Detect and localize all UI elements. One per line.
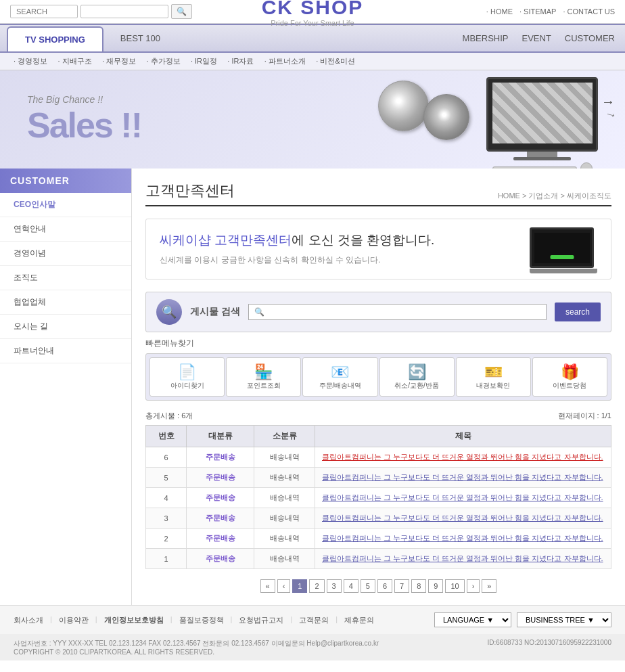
footer-divider-4: |	[231, 615, 233, 625]
cell-cat2: 배송내역	[254, 549, 315, 569]
page-first[interactable]: «	[260, 579, 275, 593]
subnav-item-3[interactable]: · 재무정보	[102, 57, 136, 65]
footer-partnership[interactable]: 제휴문의	[344, 615, 374, 625]
page-title: 고객만족센터	[145, 181, 235, 201]
col-title: 제목	[315, 426, 611, 447]
quick-btn-2[interactable]: 🏪 포인트조회	[226, 357, 301, 397]
monitor-wrap	[486, 77, 598, 169]
quick-btn-4[interactable]: 🔄 취소/교환/반품	[379, 357, 455, 397]
cell-title[interactable]: 클립아트컴퍼니는 그 누구보다도 더 뜨거운 열정과 뛰어난 힘을 지녔다고 자…	[315, 468, 611, 488]
footer-company[interactable]: 회사소개	[14, 615, 43, 625]
quick-label-2: 포인트조회	[229, 381, 298, 390]
home-link[interactable]: · HOME	[486, 7, 513, 16]
welcome-suffix: 에 오신 것을 환영합니다.	[292, 233, 434, 247]
page-10[interactable]: 10	[445, 579, 464, 593]
sidebar-item-partner-guide[interactable]: 파트너안내	[0, 339, 131, 363]
page-9[interactable]: 9	[428, 579, 443, 593]
table-row: 1 주문배송 배송내역 클립아트컴퍼니는 그 누구보다도 더 뜨거운 열정과 뛰…	[146, 549, 611, 569]
logo-title: CK SHOP	[262, 0, 364, 19]
page-4[interactable]: 4	[344, 579, 358, 593]
page-8[interactable]: 8	[411, 579, 426, 593]
nav-item-customer[interactable]: CUSTOMER	[565, 33, 615, 43]
monitor-stand	[527, 152, 557, 157]
nav-left: TV SHOPPING BEST 100	[0, 25, 177, 51]
cell-title[interactable]: 클립아트컴퍼니는 그 누구보다도 더 뜨거운 열정과 뛰어난 힘을 지녔다고 자…	[315, 488, 611, 508]
cd-disc-2	[423, 94, 469, 140]
search-input-2[interactable]	[80, 5, 168, 18]
subnav-item-1[interactable]: · 경영정보	[14, 57, 47, 65]
subnav-item-5[interactable]: · IR일정	[191, 57, 217, 65]
quick-menu: 📄 아이디찾기 🏪 포인트조회 📧 주문/배송내역 🔄 취소/교환/반품 🎫 내…	[145, 353, 611, 401]
main-content: 고객만족센터 HOME > 기업소개 > 씨케이조직도 씨케이샵 고객만족센터에…	[132, 169, 625, 605]
total-count: 총게시물 : 6개	[145, 411, 193, 421]
quick-icon-3: 📧	[306, 363, 374, 381]
page-3[interactable]: 3	[327, 579, 342, 593]
page-last[interactable]: »	[482, 579, 496, 593]
page-2[interactable]: 2	[309, 579, 324, 593]
sidebar-item-history[interactable]: 연혁안내	[0, 217, 131, 242]
page-5[interactable]: 5	[361, 579, 375, 593]
quick-btn-1[interactable]: 📄 아이디찾기	[149, 357, 225, 397]
sidebar-item-management[interactable]: 경영이념	[0, 242, 131, 266]
sitemap-link[interactable]: · SITEMAP	[519, 7, 556, 16]
search-input-main[interactable]	[268, 307, 540, 317]
page-1[interactable]: 1	[292, 579, 307, 593]
page-next[interactable]: ›	[467, 579, 480, 593]
cell-title[interactable]: 클립아트컴퍼니는 그 누구보다도 더 뜨거운 열정과 뛰어난 힘을 지녔다고 자…	[315, 447, 611, 468]
cell-title[interactable]: 클립아트컴퍼니는 그 누구보다도 더 뜨거운 열정과 뛰어난 힘을 지녔다고 자…	[315, 508, 611, 529]
sidebar-item-directions[interactable]: 오시는 길	[0, 315, 131, 339]
quick-menu-label: 빠른메뉴찾기	[145, 338, 611, 349]
search-submit-btn[interactable]: search	[555, 303, 601, 321]
sub-nav: · 경영정보 · 지배구조 · 재무정보 · 추가정보 · IR일정 · IR자…	[0, 53, 625, 70]
breadcrumb: HOME > 기업소개 > 씨케이조직도	[498, 191, 611, 201]
sidebar-item-partner[interactable]: 협업업체	[0, 290, 131, 315]
cell-cat1: 주문배송	[187, 447, 254, 468]
quick-btn-5[interactable]: 🎫 내경보확인	[456, 357, 531, 397]
subnav-item-4[interactable]: · 추가정보	[146, 57, 180, 65]
quick-label-6: 이벤트당첨	[536, 381, 604, 390]
cell-cat2: 배송내역	[254, 529, 315, 549]
cell-title[interactable]: 클립아트컴퍼니는 그 누구보다도 더 뜨거운 열정과 뛰어난 힘을 지녔다고 자…	[315, 549, 611, 569]
footer-terms[interactable]: 이용약관	[59, 615, 89, 625]
cell-cat1: 주문배송	[187, 488, 254, 508]
subnav-item-6[interactable]: · IR자료	[227, 57, 254, 65]
cell-num: 2	[146, 529, 187, 549]
nav-item-best100[interactable]: BEST 100	[103, 25, 177, 51]
top-links: · HOME · SITEMAP · CONTACT US	[486, 7, 615, 16]
contact-link[interactable]: · CONTACT US	[563, 7, 615, 16]
sidebar-item-ceo[interactable]: CEO인사말	[0, 193, 131, 217]
subnav-item-7[interactable]: · 파트너소개	[264, 57, 306, 65]
language-select[interactable]: LANGUAGE ▼	[434, 612, 511, 627]
search-input[interactable]	[10, 5, 78, 18]
quick-btn-6[interactable]: 🎁 이벤트당첨	[532, 357, 607, 397]
welcome-section: 씨케이샵 고객만족센터에 오신 것을 환영합니다. 신세계를 이용시 궁금한 사…	[145, 219, 611, 279]
page-6[interactable]: 6	[377, 579, 392, 593]
cell-cat2: 배송내역	[254, 488, 315, 508]
quick-icon-1: 📄	[153, 363, 221, 381]
footer-privacy[interactable]: 개인정보보호방침	[104, 615, 164, 625]
footer-legal[interactable]: 요청법규고지	[239, 615, 283, 625]
nav-item-event[interactable]: EVENT	[522, 33, 551, 43]
business-tree-select[interactable]: BUSINESS TREE ▼	[517, 612, 611, 627]
cell-num: 1	[146, 549, 187, 569]
footer-inquiry[interactable]: 고객문의	[299, 615, 329, 625]
sidebar: CUSTOMER CEO인사말 연혁안내 경영이념 조직도 협업업체 오시는 길…	[0, 169, 132, 605]
laptop-green-bar	[550, 255, 574, 259]
banner-text-area: The Big Chance !! Sales !!	[27, 94, 141, 145]
quick-btn-3[interactable]: 📧 주문/배송내역	[302, 357, 377, 397]
cell-title[interactable]: 클립아트컴퍼니는 그 누구보다도 더 뜨거운 열정과 뛰어난 힘을 지녔다고 자…	[315, 529, 611, 549]
current-page: 현재페이지 : 1/1	[558, 411, 611, 421]
nav-item-tv-shopping[interactable]: TV SHOPPING	[7, 26, 103, 51]
footer-divider-1: |	[50, 615, 52, 625]
search-button-top[interactable]: 🔍	[171, 4, 192, 19]
sidebar-item-org[interactable]: 조직도	[0, 266, 131, 290]
cell-cat1: 주문배송	[187, 549, 254, 569]
page-title-area: 고객만족센터 HOME > 기업소개 > 씨케이조직도	[145, 181, 611, 206]
page-7[interactable]: 7	[394, 579, 409, 593]
nav-item-membership[interactable]: MBERSHIP	[463, 33, 509, 43]
page-prev[interactable]: ‹	[277, 579, 291, 593]
footer-quality[interactable]: 품질보증정책	[179, 615, 224, 625]
subnav-item-8[interactable]: · 비전&미션	[316, 57, 354, 65]
subnav-item-2[interactable]: · 지배구조	[57, 57, 91, 65]
footer-links: 회사소개 | 이용약관 | 개인정보보호방침 | 품질보증정책 | 요청법규고지…	[14, 615, 374, 625]
